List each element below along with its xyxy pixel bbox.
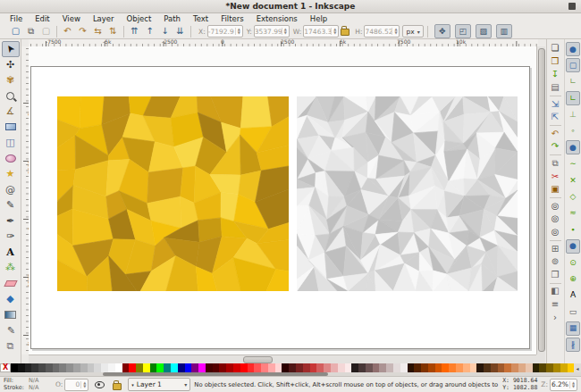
node-tool[interactable]: ✣ bbox=[2, 57, 20, 73]
palette-swatch[interactable] bbox=[470, 363, 477, 372]
palette-swatch[interactable] bbox=[296, 363, 303, 372]
zoom-spinner-arrows[interactable]: ▲▼ bbox=[569, 381, 577, 388]
menu-file[interactable]: File bbox=[4, 13, 29, 24]
clone-button[interactable]: ⊚ bbox=[549, 255, 562, 269]
pencil-tool[interactable]: ✎ bbox=[2, 197, 20, 213]
palette-swatch[interactable] bbox=[324, 363, 331, 372]
palette-swatch[interactable] bbox=[178, 363, 185, 372]
scale-stroke-toggle[interactable]: ✥ bbox=[434, 24, 450, 38]
palette-swatch[interactable] bbox=[150, 363, 157, 372]
palette-swatch[interactable] bbox=[59, 363, 66, 372]
zoom-selection-button[interactable]: ◎ bbox=[549, 200, 562, 213]
palette-swatch[interactable] bbox=[171, 363, 178, 372]
calligraphy-tool[interactable]: ✑ bbox=[2, 229, 20, 245]
palette-swatch[interactable] bbox=[122, 363, 130, 372]
raise-to-top-button[interactable]: ⇈ bbox=[128, 25, 141, 38]
height-input[interactable]: 7486.52▲▼ bbox=[364, 25, 400, 38]
menu-object[interactable]: Object bbox=[121, 13, 158, 24]
text-tool[interactable]: A bbox=[2, 245, 20, 261]
palette-swatch[interactable] bbox=[156, 363, 164, 372]
palette-swatch[interactable] bbox=[373, 363, 380, 372]
rotate-90-ccw-button[interactable]: ↶ bbox=[61, 25, 74, 38]
palette-swatch[interactable] bbox=[38, 363, 46, 372]
snap-grids-toggle[interactable]: ▦ bbox=[566, 321, 580, 336]
palette-swatch[interactable] bbox=[66, 363, 73, 372]
raise-button[interactable]: ↑ bbox=[143, 25, 156, 38]
group-button[interactable]: ❐ bbox=[549, 269, 562, 282]
palette-swatch[interactable] bbox=[393, 363, 400, 372]
palette-swatch[interactable] bbox=[226, 363, 233, 372]
palette-scroll-arrow-icon[interactable]: ◂ bbox=[574, 363, 581, 372]
move-gradients-toggle[interactable]: ▨ bbox=[476, 24, 492, 38]
palette-swatch[interactable] bbox=[366, 363, 373, 372]
palette-swatch[interactable] bbox=[129, 363, 136, 372]
select-all-button[interactable]: ▢ bbox=[9, 25, 22, 38]
vertical-scrollbar-thumb[interactable] bbox=[538, 48, 545, 352]
palette-swatch[interactable] bbox=[198, 363, 206, 372]
tweak-tool[interactable]: ✾ bbox=[2, 72, 20, 88]
palette-swatch[interactable] bbox=[476, 363, 484, 372]
palette-swatch[interactable] bbox=[408, 363, 415, 372]
snap-enable-toggle[interactable]: ● bbox=[566, 42, 580, 56]
palette-swatch[interactable] bbox=[331, 363, 338, 372]
palette-swatch[interactable] bbox=[18, 363, 25, 372]
x-input[interactable]: -7192.9▲▼ bbox=[207, 25, 243, 38]
snap-others-toggle[interactable]: ● bbox=[566, 239, 580, 254]
rotate-90-cw-button[interactable]: ↷ bbox=[76, 25, 89, 38]
zoom-tool[interactable] bbox=[2, 88, 20, 104]
y-input[interactable]: 3537.99▲▼ bbox=[254, 25, 290, 38]
snap-bbox-corners-toggle[interactable]: ∟ bbox=[566, 91, 580, 105]
menu-view[interactable]: View bbox=[56, 13, 87, 24]
spiral-tool[interactable]: @ bbox=[2, 182, 20, 198]
palette-swatch[interactable] bbox=[88, 363, 95, 372]
palette-swatch[interactable] bbox=[456, 363, 463, 372]
palette-swatch[interactable] bbox=[143, 363, 150, 372]
palette-swatch[interactable] bbox=[248, 363, 255, 372]
y-spinner-arrows[interactable]: ▲▼ bbox=[282, 28, 289, 35]
palette-swatch[interactable] bbox=[275, 363, 282, 372]
yellow-lowpoly-image[interactable] bbox=[57, 96, 289, 291]
canvas-viewport[interactable] bbox=[29, 46, 536, 354]
palette-swatch[interactable] bbox=[310, 363, 317, 372]
undo-button[interactable]: ↶ bbox=[549, 128, 562, 141]
opacity-spinner-arrows[interactable]: ▲▼ bbox=[80, 381, 88, 388]
zoom-drawing-button[interactable]: ◎ bbox=[549, 213, 562, 226]
palette-swatch[interactable] bbox=[428, 363, 435, 372]
palette-swatch[interactable] bbox=[73, 363, 80, 372]
no-color-swatch[interactable]: X bbox=[0, 363, 11, 372]
box3d-tool[interactable]: ◫ bbox=[2, 135, 20, 151]
spray-tool[interactable]: ⁂ bbox=[2, 260, 20, 276]
width-input[interactable]: 17463.3▲▼ bbox=[303, 25, 339, 38]
palette-swatch[interactable] bbox=[289, 363, 296, 372]
print-document-button[interactable]: ▤ bbox=[549, 81, 562, 95]
open-document-button[interactable]: ❒ bbox=[549, 55, 562, 69]
duplicate-button[interactable]: ⊞ bbox=[549, 242, 562, 255]
palette-swatch[interactable] bbox=[518, 363, 526, 372]
palette-swatch[interactable] bbox=[191, 363, 198, 372]
palette-swatch[interactable] bbox=[498, 363, 505, 372]
flip-horizontal-button[interactable]: ⇆ bbox=[91, 25, 105, 38]
menu-filters[interactable]: Filters bbox=[215, 13, 249, 24]
lower-button[interactable]: ↓ bbox=[158, 25, 172, 38]
palette-swatch[interactable] bbox=[94, 363, 101, 372]
close-icon[interactable] bbox=[568, 3, 576, 10]
palette-swatch[interactable] bbox=[80, 363, 88, 372]
palette-swatch[interactable] bbox=[53, 363, 60, 372]
lower-to-bottom-button[interactable]: ⇊ bbox=[173, 25, 187, 38]
layer-lock-button[interactable] bbox=[110, 378, 124, 391]
palette-swatch[interactable] bbox=[213, 363, 220, 372]
layer-visibility-button[interactable] bbox=[92, 378, 106, 391]
palette-swatch[interactable] bbox=[345, 363, 352, 372]
flip-vertical-button[interactable]: ⇅ bbox=[106, 25, 120, 38]
palette-swatch[interactable] bbox=[435, 363, 442, 372]
commands-overflow-button[interactable]: › bbox=[549, 311, 562, 324]
select-all-layers-button[interactable]: ⧉ bbox=[24, 25, 38, 38]
move-patterns-toggle[interactable]: ▥ bbox=[496, 24, 512, 38]
palette-swatch[interactable] bbox=[233, 363, 240, 372]
palette-swatch[interactable] bbox=[526, 363, 533, 372]
palette-swatch[interactable] bbox=[511, 363, 518, 372]
dropper-tool[interactable]: ✐ bbox=[2, 322, 20, 338]
palette-swatch[interactable] bbox=[136, 363, 143, 372]
palette-swatch[interactable] bbox=[553, 363, 560, 372]
cut-button[interactable]: ✂ bbox=[549, 170, 562, 183]
